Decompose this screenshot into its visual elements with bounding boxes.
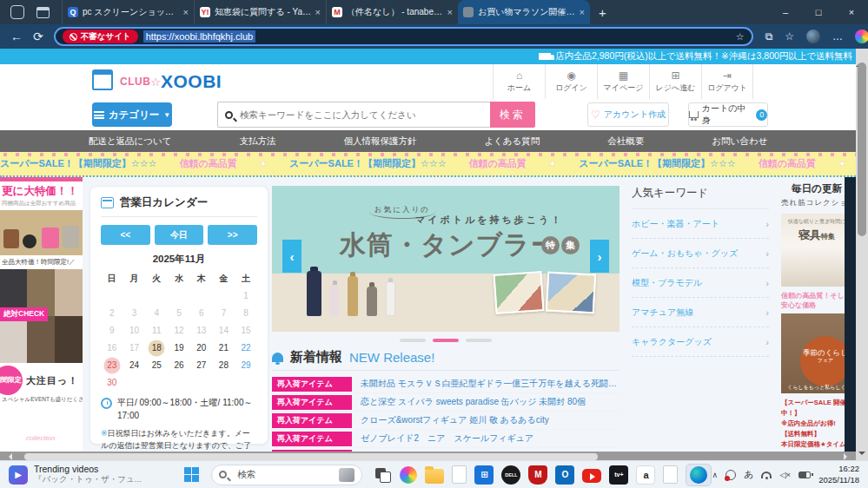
calendar-day[interactable]: 4: [145, 306, 168, 320]
taskbar-search[interactable]: 検索: [211, 465, 362, 485]
calendar-day[interactable]: 2: [101, 306, 123, 320]
create-account-button[interactable]: ♡ アカウント作成: [587, 102, 669, 127]
calendar-day[interactable]: 24: [123, 358, 146, 373]
hidden-icons-chevron[interactable]: ∧: [712, 471, 718, 479]
favorite-star-icon[interactable]: ☆: [736, 31, 745, 43]
header-nav-home[interactable]: ⌂ホーム: [493, 64, 545, 99]
carousel-dot-active[interactable]: [433, 339, 459, 342]
address-bar[interactable]: 不審なサイト https://xoobi.lbhfqkhj.club ☆: [54, 27, 753, 46]
calendar-day[interactable]: 10: [123, 323, 146, 338]
calendar-prev-button[interactable]: <<: [101, 225, 150, 245]
browser-tab[interactable]: M（件名なし） - tanabe.takuto.outl×: [326, 0, 458, 24]
search-input[interactable]: [238, 109, 455, 121]
minimize-button[interactable]: –: [769, 0, 802, 24]
carousel-next-arrow[interactable]: ›: [590, 240, 609, 273]
file-explorer-icon[interactable]: [425, 469, 444, 484]
category-button[interactable]: カテゴリー ▼: [92, 102, 172, 127]
carousel-dot[interactable]: [466, 339, 492, 342]
calendar-day[interactable]: 6: [190, 306, 213, 320]
copilot-icon[interactable]: [855, 30, 868, 43]
vertical-scroll-thumb[interactable]: [858, 63, 866, 236]
tab-close-icon[interactable]: ×: [183, 7, 189, 17]
amazon-icon[interactable]: a: [636, 465, 655, 485]
nav-link[interactable]: お問い合わせ: [712, 135, 767, 148]
calendar-day[interactable]: 22: [235, 340, 257, 355]
news-item-link[interactable]: クローズ&worstフィギュア 姫川 敬 あるあるcity: [361, 414, 549, 426]
task-view-icon[interactable]: [373, 465, 392, 485]
news-item-link[interactable]: 恋と深空 スイパラ sweets paradise 缶バッジ 未開封 80個: [361, 396, 586, 408]
close-window-button[interactable]: ×: [835, 0, 868, 24]
edge-active-app[interactable]: [686, 464, 712, 486]
nav-link[interactable]: 会社概要: [607, 135, 644, 148]
network-error-icon[interactable]: [726, 470, 736, 480]
bedding-banner[interactable]: 快適な眠りと寛ぎ時間に 寝具特集: [781, 214, 852, 287]
calendar-day[interactable]: 27: [190, 358, 213, 373]
calendar-day[interactable]: 28: [213, 358, 235, 373]
outlook-icon[interactable]: O: [555, 465, 574, 485]
browser-tab[interactable]: Y!知恵袋に質問する - Yahoo!知恵袋×: [194, 0, 326, 24]
new-tab-button[interactable]: +: [599, 5, 606, 20]
calendar-day[interactable]: 1: [235, 288, 257, 303]
calendar-day[interactable]: 25: [145, 358, 168, 373]
battery-icon[interactable]: [798, 472, 811, 478]
calendar-next-button[interactable]: >>: [208, 225, 257, 245]
site-warning-badge[interactable]: 不審なサイト: [63, 30, 138, 43]
carousel-prev-arrow[interactable]: ‹: [282, 240, 301, 273]
calendar-day[interactable]: 18: [145, 340, 168, 355]
horizontal-scroll-thumb[interactable]: [24, 453, 598, 460]
wifi-icon[interactable]: [761, 472, 772, 478]
browser-tab[interactable]: Qpc スクリーンショット 方法 - 検索×: [62, 0, 194, 24]
news-item-link[interactable]: 未開封品 モスラＶＳ白亜紀型ギドラ一億三千万年を越える死闘ガレージキット: [361, 378, 620, 390]
widgets-button[interactable]: ▶ Trending videos 『バック・トゥ・ザ・フュ...: [9, 464, 165, 485]
more-menu-icon[interactable]: …: [832, 30, 843, 43]
seasonal-banner[interactable]: 季節のくらしフェア くらしをもっと私らしく: [781, 313, 852, 393]
handbags-image[interactable]: [0, 210, 83, 255]
maximize-button[interactable]: □: [802, 0, 835, 24]
rug-image[interactable]: RUG collection: [0, 406, 83, 452]
tv-app-icon[interactable]: tv+: [609, 465, 628, 485]
document-icon[interactable]: [663, 465, 678, 484]
nav-link[interactable]: 個人情報保護方針: [343, 135, 416, 148]
tab-close-icon[interactable]: ×: [315, 7, 321, 17]
calendar-day[interactable]: 20: [190, 340, 213, 355]
taskbar-clock[interactable]: 16:22 2025/11/18: [818, 464, 859, 485]
calendar-day[interactable]: 30: [101, 375, 123, 390]
calendar-day[interactable]: 15: [235, 323, 257, 338]
calendar-day[interactable]: 23: [101, 358, 123, 373]
url-text[interactable]: https://xoobi.lbhfqkhj.club: [143, 30, 256, 43]
nav-link[interactable]: よくある質問: [484, 135, 540, 148]
site-logo[interactable]: CLUB ☆ XOOBI: [92, 71, 222, 92]
nav-link[interactable]: 支払方法: [239, 135, 275, 148]
news-item-link[interactable]: ゼノブレイド2 ニア スケールフィギュア: [361, 432, 533, 445]
calendar-day[interactable]: 29: [235, 358, 257, 373]
mcafee-icon[interactable]: M: [528, 465, 547, 485]
header-nav-checkout[interactable]: ⊞レジへ進む: [649, 64, 701, 99]
tab-close-icon[interactable]: ×: [447, 7, 453, 17]
browser-logo-icon[interactable]: [10, 5, 24, 19]
document-icon[interactable]: [452, 465, 467, 484]
carousel-dot[interactable]: [400, 339, 426, 342]
header-nav-login[interactable]: ◉ログイン: [545, 64, 597, 99]
calendar-day[interactable]: 3: [123, 306, 146, 320]
youtube-icon[interactable]: [582, 469, 601, 483]
calendar-day[interactable]: 12: [168, 323, 190, 338]
calendar-day[interactable]: 8: [235, 306, 257, 320]
copilot-icon[interactable]: [400, 466, 417, 484]
refresh-button[interactable]: ⟳: [33, 30, 43, 43]
hero-carousel[interactable]: お気に入りの マイボトルを持ち歩こう！ 水筒・タンブラー 特集 ‹ ›: [272, 186, 620, 332]
coats-image[interactable]: 絶対CHECK: [0, 269, 83, 363]
tab-close-icon[interactable]: ×: [580, 7, 585, 17]
calendar-day[interactable]: 11: [145, 323, 168, 338]
search-button[interactable]: 検索: [490, 102, 535, 128]
profile-avatar[interactable]: [806, 30, 820, 43]
back-button[interactable]: ←: [10, 30, 23, 43]
microsoft-store-icon[interactable]: ⊞: [474, 465, 494, 485]
keyword-link[interactable]: アマチュア無線›: [632, 298, 769, 327]
browser-tab[interactable]: お買い物マラソン開催中♪クーポン活×: [458, 0, 590, 24]
header-nav-mypage[interactable]: ▦マイページ: [597, 64, 649, 99]
calendar-today-button[interactable]: 今日: [155, 225, 204, 245]
calendar-day[interactable]: 26: [168, 358, 190, 373]
muted-speaker-icon[interactable]: ◁×: [779, 470, 791, 479]
calendar-day[interactable]: 5: [168, 306, 190, 320]
favorites-icon[interactable]: ☆: [785, 30, 794, 43]
